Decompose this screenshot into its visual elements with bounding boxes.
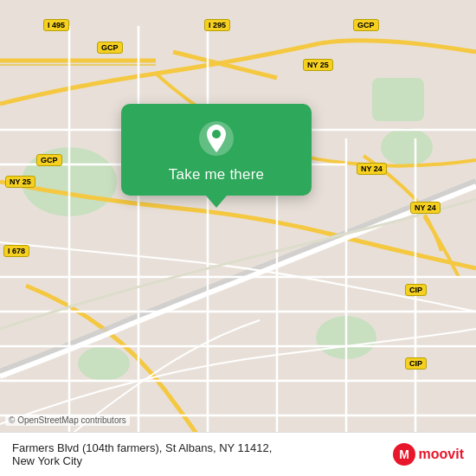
address-line2: New York City [12, 454, 82, 467]
badge-ny24-right1: NY 24 [357, 163, 387, 175]
map-container: I 495 I 295 GCP GCP NY 25 NY 25 NY 24 NY… [0, 0, 476, 476]
badge-ny24-right2: NY 24 [410, 202, 441, 214]
osm-attribution: © OpenStreetMap contributors [5, 415, 130, 426]
svg-point-3 [78, 346, 130, 381]
badge-i678-left: I 678 [3, 245, 29, 257]
badge-gcp-left: GCP [36, 154, 62, 166]
map-svg [0, 0, 476, 476]
badge-cip-right2: CIP [405, 357, 427, 370]
address-text: Farmers Blvd (104th farmers), St Albans,… [12, 441, 393, 467]
moovit-logo: M moovit [393, 443, 464, 466]
popup-label: Take me there [169, 166, 264, 183]
bottom-bar: Farmers Blvd (104th farmers), St Albans,… [0, 432, 476, 476]
popup-card[interactable]: Take me there [121, 104, 312, 196]
svg-text:M: M [399, 447, 409, 461]
svg-point-23 [212, 130, 221, 138]
badge-gcp-top-right: GCP [353, 19, 379, 31]
badge-i295: I 295 [204, 19, 230, 31]
badge-gcp-top: GCP [97, 42, 123, 54]
svg-point-4 [381, 128, 433, 166]
moovit-text: moovit [419, 447, 464, 462]
moovit-icon: M [393, 443, 415, 466]
badge-i495: I 495 [43, 19, 69, 31]
badge-ny25-left: NY 25 [5, 176, 35, 188]
badge-cip-right1: CIP [405, 284, 427, 296]
address-line1: Farmers Blvd (104th farmers), St Albans,… [12, 441, 272, 454]
badge-ny25-top: NY 25 [303, 59, 333, 71]
location-pin-icon [197, 119, 235, 158]
svg-rect-5 [372, 78, 424, 121]
